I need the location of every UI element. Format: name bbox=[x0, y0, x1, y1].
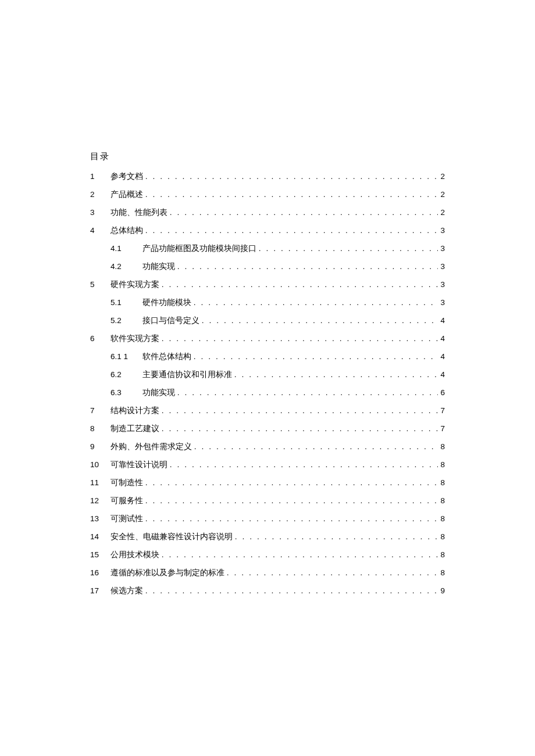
toc-entry-dots: . . . . . . . . . . . . . . . . . . . . … bbox=[143, 190, 438, 199]
toc-entry-page: 8 bbox=[438, 460, 445, 469]
toc-entry-number: 5 bbox=[90, 280, 110, 289]
toc-entry-page: 8 bbox=[438, 550, 445, 559]
toc-entry-label: 软件总体结构 bbox=[142, 352, 191, 362]
toc-entry-dots: . . . . . . . . . . . . . . . . . . . . … bbox=[224, 568, 438, 578]
toc-entry[interactable]: 7结构设计方案. . . . . . . . . . . . . . . . .… bbox=[90, 406, 445, 416]
toc-entry-page: 7 bbox=[438, 406, 445, 415]
toc-entry[interactable]: 3功能、性能列表. . . . . . . . . . . . . . . . … bbox=[90, 207, 445, 218]
toc-entry-number: 8 bbox=[90, 424, 110, 433]
toc-entry-dots: . . . . . . . . . . . . . . . . . . . . … bbox=[159, 550, 438, 560]
toc-entry[interactable]: 6软件实现方案. . . . . . . . . . . . . . . . .… bbox=[90, 334, 445, 344]
toc-entry-label: 产品概述 bbox=[110, 189, 143, 200]
toc-entry-dots: . . . . . . . . . . . . . . . . . . . . … bbox=[167, 208, 438, 217]
toc-entry-number: 12 bbox=[90, 496, 110, 505]
toc-entry-number: 16 bbox=[90, 568, 110, 577]
toc-entry[interactable]: 5.2接口与信号定义. . . . . . . . . . . . . . . … bbox=[90, 316, 445, 326]
toc-entry-dots: . . . . . . . . . . . . . . . . . . . . … bbox=[175, 388, 438, 397]
toc-entry[interactable]: 2产品概述. . . . . . . . . . . . . . . . . .… bbox=[90, 189, 445, 200]
toc-entry-page: 8 bbox=[438, 442, 445, 451]
toc-entry-number: 15 bbox=[90, 550, 110, 559]
toc-entry-number: 6.1 1 bbox=[110, 352, 142, 361]
toc-entry-number: 1 bbox=[90, 172, 110, 181]
toc-entry-label: 功能实现 bbox=[142, 261, 175, 272]
toc-entry[interactable]: 5.1硬件功能模块. . . . . . . . . . . . . . . .… bbox=[90, 298, 445, 308]
toc-entry[interactable]: 1参考文档. . . . . . . . . . . . . . . . . .… bbox=[90, 171, 445, 182]
toc-entry[interactable]: 6.2主要通信协议和引用标准. . . . . . . . . . . . . … bbox=[90, 370, 445, 380]
toc-entry-dots: . . . . . . . . . . . . . . . . . . . . … bbox=[167, 460, 438, 470]
toc-entry-label: 硬件功能模块 bbox=[142, 298, 191, 308]
toc-entry[interactable]: 13可测试性. . . . . . . . . . . . . . . . . … bbox=[90, 514, 445, 524]
toc-entry-label: 可靠性设计说明 bbox=[110, 460, 167, 470]
toc-entry-label: 功能实现 bbox=[142, 388, 175, 398]
toc-entry-label: 遵循的标准以及参与制定的标准 bbox=[110, 568, 224, 578]
toc-entry-number: 5.2 bbox=[110, 316, 142, 325]
toc-entry-page: 3 bbox=[438, 298, 445, 307]
toc-entry-number: 4.1 bbox=[110, 244, 142, 253]
toc-entry-page: 2 bbox=[438, 190, 445, 199]
toc-entry-number: 5.1 bbox=[110, 298, 142, 307]
toc-entry-dots: . . . . . . . . . . . . . . . . . . . . … bbox=[192, 442, 438, 452]
toc-entry-number: 11 bbox=[90, 478, 110, 487]
toc-entry-label: 总体结构 bbox=[110, 225, 143, 236]
toc-entry-number: 14 bbox=[90, 532, 110, 541]
toc-entry[interactable]: 6.3功能实现. . . . . . . . . . . . . . . . .… bbox=[90, 388, 445, 398]
toc-entry-label: 外购、外包件需求定义 bbox=[110, 442, 192, 452]
toc-entry-dots: . . . . . . . . . . . . . . . . . . . . … bbox=[191, 352, 438, 361]
toc-entry-dots: . . . . . . . . . . . . . . . . . . . . … bbox=[233, 532, 438, 542]
toc-entry[interactable]: 17候选方案. . . . . . . . . . . . . . . . . … bbox=[90, 586, 445, 596]
toc-entry-page: 8 bbox=[438, 496, 445, 505]
toc-entry-page: 4 bbox=[438, 352, 445, 361]
toc-entry[interactable]: 10可靠性设计说明. . . . . . . . . . . . . . . .… bbox=[90, 460, 445, 470]
toc-entry[interactable]: 11可制造性. . . . . . . . . . . . . . . . . … bbox=[90, 478, 445, 488]
toc-entry-label: 功能、性能列表 bbox=[110, 207, 167, 218]
toc-entry-number: 7 bbox=[90, 406, 110, 415]
toc-entry-page: 6 bbox=[438, 388, 445, 397]
toc-entry-label: 主要通信协议和引用标准 bbox=[142, 370, 232, 380]
toc-entry-page: 2 bbox=[438, 172, 445, 181]
toc-entry-label: 参考文档 bbox=[110, 171, 143, 182]
toc-entry-dots: . . . . . . . . . . . . . . . . . . . . … bbox=[159, 334, 438, 343]
toc-entry[interactable]: 15公用技术模块. . . . . . . . . . . . . . . . … bbox=[90, 550, 445, 560]
toc-entry-page: 8 bbox=[438, 532, 445, 541]
toc-entry[interactable]: 16遵循的标准以及参与制定的标准. . . . . . . . . . . . … bbox=[90, 568, 445, 578]
toc-entry-label: 可测试性 bbox=[110, 514, 143, 524]
toc-entry-number: 2 bbox=[90, 190, 110, 199]
toc-entry-label: 可制造性 bbox=[110, 478, 143, 488]
toc-entry-dots: . . . . . . . . . . . . . . . . . . . . … bbox=[143, 496, 438, 506]
toc-entry[interactable]: 12可服务性. . . . . . . . . . . . . . . . . … bbox=[90, 496, 445, 506]
toc-entry[interactable]: 14安全性、电磁兼容性设计内容说明. . . . . . . . . . . .… bbox=[90, 532, 445, 542]
toc-entry-dots: . . . . . . . . . . . . . . . . . . . . … bbox=[199, 316, 438, 325]
toc-entry-dots: . . . . . . . . . . . . . . . . . . . . … bbox=[143, 478, 438, 488]
toc-entry-dots: . . . . . . . . . . . . . . . . . . . . … bbox=[159, 424, 438, 433]
toc-entry-page: 4 bbox=[438, 316, 445, 325]
toc-container: 1参考文档. . . . . . . . . . . . . . . . . .… bbox=[90, 171, 445, 596]
toc-entry-page: 2 bbox=[438, 208, 445, 217]
toc-entry[interactable]: 4.1产品功能框图及功能模块间接口. . . . . . . . . . . .… bbox=[90, 243, 445, 254]
toc-entry-page: 8 bbox=[438, 514, 445, 523]
toc-entry-number: 13 bbox=[90, 514, 110, 523]
toc-entry-number: 6.2 bbox=[110, 370, 142, 379]
toc-entry-label: 软件实现方案 bbox=[110, 334, 159, 344]
toc-entry-dots: . . . . . . . . . . . . . . . . . . . . … bbox=[232, 370, 438, 379]
toc-entry-number: 6 bbox=[90, 334, 110, 343]
toc-entry[interactable]: 4总体结构. . . . . . . . . . . . . . . . . .… bbox=[90, 225, 445, 236]
toc-entry[interactable]: 5硬件实现方案. . . . . . . . . . . . . . . . .… bbox=[90, 280, 445, 290]
toc-entry-dots: . . . . . . . . . . . . . . . . . . . . … bbox=[159, 280, 438, 289]
toc-entry-number: 3 bbox=[90, 208, 110, 217]
toc-entry-number: 4.2 bbox=[110, 262, 142, 271]
toc-entry-page: 3 bbox=[438, 280, 445, 289]
toc-entry[interactable]: 6.1 1软件总体结构. . . . . . . . . . . . . . .… bbox=[90, 352, 445, 362]
toc-entry-dots: . . . . . . . . . . . . . . . . . . . . … bbox=[143, 226, 438, 235]
toc-entry[interactable]: 4.2功能实现. . . . . . . . . . . . . . . . .… bbox=[90, 261, 445, 272]
toc-entry-page: 8 bbox=[438, 478, 445, 487]
toc-entry-label: 公用技术模块 bbox=[110, 550, 159, 560]
toc-title: 目录 bbox=[90, 151, 445, 162]
toc-entry[interactable]: 9外购、外包件需求定义. . . . . . . . . . . . . . .… bbox=[90, 442, 445, 452]
toc-entry[interactable]: 8制造工艺建议. . . . . . . . . . . . . . . . .… bbox=[90, 424, 445, 434]
toc-entry-dots: . . . . . . . . . . . . . . . . . . . . … bbox=[143, 514, 438, 524]
toc-entry-page: 8 bbox=[438, 568, 445, 577]
toc-entry-dots: . . . . . . . . . . . . . . . . . . . . … bbox=[143, 172, 438, 181]
toc-entry-page: 4 bbox=[438, 370, 445, 379]
toc-entry-dots: . . . . . . . . . . . . . . . . . . . . … bbox=[159, 406, 438, 415]
toc-entry-page: 9 bbox=[438, 586, 445, 595]
